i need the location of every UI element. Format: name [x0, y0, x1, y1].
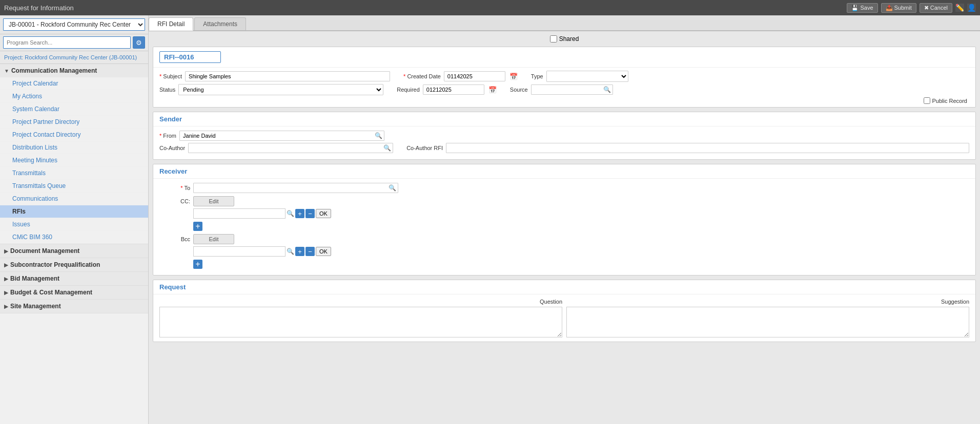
layout: JB-00001 - Rockford Community Rec Center… [0, 15, 980, 424]
nav-item-6[interactable]: Meeting Minutes [0, 154, 148, 167]
shared-checkbox[interactable] [550, 35, 557, 43]
nav-section-arrow-1: ▶ [4, 248, 8, 254]
from-search-icon[interactable]: 🔍 [375, 132, 382, 139]
source-input[interactable] [531, 84, 613, 95]
sidebar-search-row: ⚙ [0, 34, 148, 51]
user-icon-button[interactable]: 👤 [967, 4, 976, 12]
edit-icon-button[interactable]: ✏️ [955, 4, 964, 12]
nav-item-9[interactable]: Communications [0, 193, 148, 205]
receiver-section: Receiver To 🔍 CC: Edit [153, 164, 976, 275]
source-search: 🔍 [531, 84, 613, 95]
nav-item-3[interactable]: Project Partner Directory [0, 116, 148, 129]
nav-item-12[interactable]: CMiC BIM 360 [0, 231, 148, 244]
public-record-checkbox[interactable] [924, 97, 930, 104]
cc-input[interactable] [193, 208, 285, 219]
nav-section-header-3[interactable]: ▶Bid Management [0, 272, 148, 285]
cc-search-icon[interactable]: 🔍 [287, 210, 294, 217]
bcc-plus-button[interactable]: + [295, 247, 304, 256]
nav-section-header-1[interactable]: ▶Document Management [0, 244, 148, 258]
suggestion-textarea[interactable] [566, 307, 969, 337]
required-input[interactable] [423, 84, 484, 95]
main-content: RFI Detail Attachments Shared Subject [149, 15, 980, 424]
nav-section-arrow-3: ▶ [4, 276, 8, 282]
sidebar-project-select: JB-00001 - Rockford Community Rec Center [0, 15, 148, 34]
submit-button[interactable]: 📤 Submit [881, 3, 916, 13]
source-search-icon[interactable]: 🔍 [603, 86, 611, 93]
question-textarea[interactable] [159, 307, 562, 337]
sidebar-search-input[interactable] [3, 36, 131, 49]
co-author-search-icon[interactable]: 🔍 [383, 144, 391, 152]
top-bar: Request for Information 💾 Save 📤 Submit … [0, 0, 980, 15]
to-input[interactable] [193, 183, 398, 193]
bcc-ok-button[interactable]: OK [316, 247, 331, 256]
bcc-minus-button[interactable]: − [305, 247, 315, 256]
cc-add-button[interactable]: + [193, 222, 202, 231]
sender-header: Sender [153, 112, 975, 126]
nav-section-header-2[interactable]: ▶Subcontractor Prequalification [0, 258, 148, 271]
nav-section-header-0[interactable]: ▼Communication Management [0, 64, 148, 77]
nav-item-10[interactable]: RFIs [0, 205, 148, 218]
from-input[interactable] [179, 131, 384, 141]
nav-section-label-5: Site Management [10, 303, 61, 310]
nav-section-2: ▶Subcontractor Prequalification [0, 258, 148, 272]
public-record-row: Public Record [924, 97, 967, 104]
nav-item-5[interactable]: Distribution Lists [0, 141, 148, 154]
to-search-icon[interactable]: 🔍 [389, 184, 396, 192]
nav-item-8[interactable]: Transmittals Queue [0, 180, 148, 193]
bcc-input[interactable] [193, 246, 285, 257]
co-author-rfi-input[interactable] [446, 143, 969, 153]
co-author-label: Co-Author [159, 145, 185, 151]
sender-body: From 🔍 Co-Author 🔍 Co-Author RFI [153, 126, 975, 159]
nav-section-arrow-4: ▶ [4, 290, 8, 295]
cc-edit-button[interactable]: Edit [193, 196, 234, 206]
bcc-label: Bcc [159, 234, 190, 242]
subject-input[interactable] [185, 71, 390, 81]
cc-minus-button[interactable]: − [305, 209, 315, 218]
bcc-edit-button[interactable]: Edit [193, 234, 234, 244]
type-select[interactable] [546, 71, 628, 82]
required-cal-icon[interactable]: 📅 [488, 86, 497, 94]
nav-item-2[interactable]: System Calendar [0, 103, 148, 116]
cc-plus-button[interactable]: + [295, 209, 304, 218]
nav-section-header-5[interactable]: ▶Site Management [0, 300, 148, 313]
bcc-add-button[interactable]: + [193, 260, 202, 269]
project-dropdown[interactable]: JB-00001 - Rockford Community Rec Center [3, 18, 145, 31]
nav-item-4[interactable]: Project Contact Directory [0, 129, 148, 141]
form-area: Shared Subject Created Date 📅 [149, 31, 980, 424]
nav-section-3: ▶Bid Management [0, 272, 148, 286]
subject-row: Subject Created Date 📅 Type [153, 68, 975, 107]
submit-icon: 📤 [886, 5, 893, 11]
nav-section-header-4[interactable]: ▶Budget & Cost Management [0, 286, 148, 299]
bcc-input-row: 🔍 + − OK + [159, 246, 969, 269]
created-date-label: Created Date [403, 73, 441, 79]
nav-item-11[interactable]: Issues [0, 218, 148, 231]
nav-item-0[interactable]: Project Calendar [0, 77, 148, 90]
question-label: Question [159, 299, 562, 305]
created-date-cal-icon[interactable]: 📅 [509, 73, 518, 80]
created-date-input[interactable] [444, 71, 505, 81]
tab-rfi-detail[interactable]: RFI Detail [149, 17, 193, 31]
subject-label: Subject [159, 73, 182, 79]
nav-item-1[interactable]: My Actions [0, 90, 148, 103]
nav-section-label-4: Budget & Cost Management [10, 289, 92, 296]
request-header: Request [153, 280, 975, 294]
sidebar-gear-button[interactable]: ⚙ [133, 36, 145, 49]
co-author-input[interactable] [188, 143, 393, 153]
tab-attachments[interactable]: Attachments [194, 17, 246, 30]
public-record-label: Public Record [932, 98, 967, 104]
save-button[interactable]: 💾 Save [847, 3, 877, 13]
request-body: Question Suggestion [153, 294, 975, 342]
cc-row: CC: Edit [159, 196, 969, 206]
nav-section-label-2: Subcontractor Prequalification [10, 261, 100, 268]
nav-section-5: ▶Site Management [0, 300, 148, 313]
cancel-button[interactable]: ✖ Cancel [920, 3, 952, 13]
nav-item-7[interactable]: Transmittals [0, 167, 148, 180]
top-bar-title: Request for Information [4, 4, 74, 12]
nav-section-label-1: Document Management [10, 247, 79, 255]
status-select[interactable]: Pending [178, 84, 383, 95]
bcc-search-icon[interactable]: 🔍 [287, 248, 294, 255]
co-author-rfi-label: Co-Author RFI [406, 145, 443, 151]
rfi-id-input[interactable] [159, 51, 221, 63]
required-label: Required [397, 87, 420, 93]
cc-ok-button[interactable]: OK [316, 209, 331, 218]
